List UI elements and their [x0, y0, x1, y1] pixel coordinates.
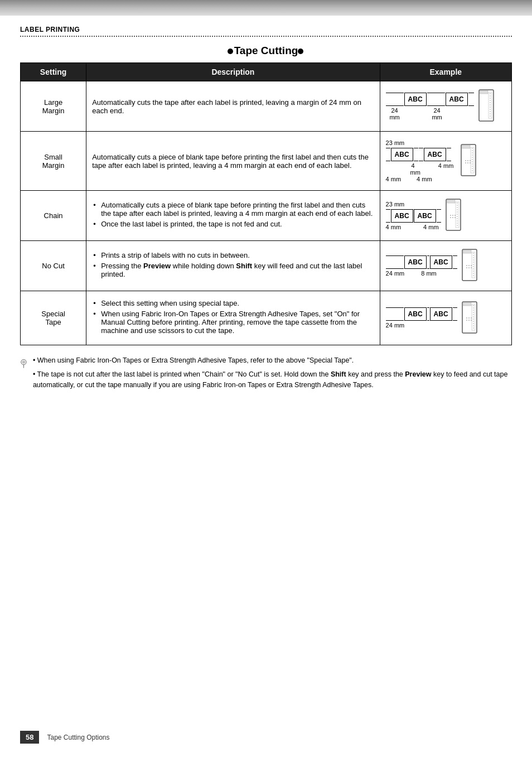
- svg-rect-75: [463, 302, 471, 306]
- tape-label-abc2: ABC: [414, 209, 436, 223]
- desc-chain: Automatically cuts a piece of blank tape…: [86, 191, 380, 241]
- svg-rect-30: [446, 199, 461, 230]
- tape-gap: [427, 307, 429, 321]
- note-2: • The tape is not cut after the last lab…: [33, 369, 512, 390]
- example-large-margin-visual: ABC ABC 24 mm 24 mm: [386, 89, 506, 123]
- setting-special-tape: SpecialTape: [21, 291, 86, 345]
- special-tape-bullet-1: Select this setting when using special t…: [92, 299, 374, 307]
- printer-icon-special-tape: [462, 301, 477, 335]
- svg-rect-59: [463, 250, 471, 253]
- bold-shift: Shift: [236, 262, 252, 270]
- tape-area-large-margin: ABC ABC 24 mm 24 mm: [386, 93, 474, 120]
- tape-blank: [386, 93, 404, 106]
- content: LABEL PRINTING Tape Cutting Setting Desc…: [0, 16, 532, 413]
- mm-24: 24 mm: [386, 322, 405, 329]
- desc-small-margin: Automatically cuts a piece of blank tape…: [86, 132, 380, 191]
- table-header-row: Setting Description Example: [21, 63, 512, 81]
- setting-large-margin: LargeMargin: [21, 81, 86, 132]
- example-special-tape-visual: ABC ABC 24 mm: [386, 301, 506, 335]
- mm-4-right: 4 mm: [417, 176, 432, 182]
- tape-row-small-margin: ABC ABC: [386, 148, 451, 161]
- tape-label-abc2: ABC: [430, 255, 452, 269]
- svg-point-81: [23, 361, 25, 363]
- page-title: Tape Cutting: [20, 45, 512, 57]
- svg-rect-43: [447, 200, 455, 203]
- svg-rect-27: [462, 145, 470, 148]
- tape-row-chain: ABC ABC: [386, 209, 441, 223]
- tape-blank: [468, 93, 474, 106]
- table-row: SmallMargin Automatically cuts a piece o…: [21, 132, 512, 191]
- table-row: LargeMargin Automatically cuts the tape …: [21, 81, 512, 132]
- mm-24-left: 24 mm: [386, 270, 405, 277]
- note-icon: [20, 355, 27, 372]
- th-setting: Setting: [21, 63, 86, 81]
- tape-blank: [386, 148, 390, 161]
- title-bullet-right: [298, 49, 303, 54]
- tape-blank-end: [453, 307, 457, 321]
- mm-spacer2: [416, 162, 436, 176]
- tape-blank: [427, 93, 445, 106]
- tape-blank: [386, 255, 404, 269]
- example-small-margin: 23 mm ABC ABC: [380, 132, 511, 191]
- special-tape-bullet-list: Select this setting when using special t…: [92, 299, 374, 335]
- tape-blank: [447, 148, 451, 161]
- tape-area-chain: 23 mm ABC ABC 4 mm 4 mm: [386, 201, 441, 230]
- printer-icon-large-margin: [478, 89, 494, 123]
- bold-shift-note: Shift: [331, 370, 346, 378]
- title-bullet-left: [228, 49, 233, 54]
- tape-label-abc1: ABC: [391, 209, 413, 223]
- printer-icon-no-cut: [462, 249, 477, 283]
- title-text: Tape Cutting: [234, 45, 298, 56]
- setting-small-margin: SmallMargin: [21, 132, 86, 191]
- special-tape-bullet-2: When using Fabric Iron-On Tapes or Extra…: [92, 310, 374, 335]
- tape-blank-end: [453, 255, 457, 269]
- notes-section: • When using Fabric Iron-On Tapes or Ext…: [20, 352, 512, 397]
- mm-label-2: 4 mm: [410, 162, 416, 176]
- example-chain-visual: 23 mm ABC ABC 4 mm 4 mm: [386, 199, 506, 233]
- example-no-cut: ABC ABC 24 mm 8 mm: [380, 241, 511, 291]
- top-mm: 23 mm: [386, 139, 405, 146]
- page: LABEL PRINTING Tape Cutting Setting Desc…: [0, 0, 532, 757]
- tape-label-abc1: ABC: [404, 307, 427, 321]
- chain-bullet-list: Automatically cuts a piece of blank tape…: [92, 201, 374, 228]
- mm-label-2: 24 mm: [428, 107, 446, 120]
- example-small-margin-visual: 23 mm ABC ABC: [386, 139, 506, 182]
- tape-blank: [386, 307, 404, 321]
- mm-row-large-margin: 24 mm 24 mm: [386, 107, 446, 120]
- desc-special-tape: Select this setting when using special t…: [86, 291, 380, 345]
- example-no-cut-visual: ABC ABC 24 mm 8 mm: [386, 249, 506, 283]
- top-bar: [0, 0, 532, 16]
- setting-no-cut: No Cut: [21, 241, 86, 291]
- table-row: SpecialTape Select this setting when usi…: [21, 291, 512, 345]
- tape-label-abc2: ABC: [430, 307, 452, 321]
- top-mm-chain: 23 mm: [386, 201, 405, 208]
- no-cut-bullet-2: Pressing the Preview while holding down …: [92, 262, 374, 278]
- printer-icon-chain: [446, 199, 461, 233]
- tape-row-no-cut: ABC ABC: [386, 255, 457, 269]
- th-example: Example: [380, 63, 511, 81]
- setting-chain: Chain: [21, 191, 86, 241]
- bold-preview: Preview: [143, 262, 171, 270]
- example-chain: 23 mm ABC ABC 4 mm 4 mm: [380, 191, 511, 241]
- desc-small-margin-text: Automatically cuts a piece of blank tape…: [92, 153, 369, 170]
- tape-gap: [427, 255, 429, 269]
- printer-icon-small-margin: [461, 144, 476, 178]
- footer: 58 Tape Cutting Options: [0, 727, 532, 747]
- mm-label-3: 4 mm: [436, 162, 456, 176]
- page-number: 58: [20, 731, 39, 744]
- main-table: Setting Description Example LargeMargin …: [20, 62, 512, 345]
- mm-row-small-margin: 4 mm 4 mm: [386, 162, 456, 176]
- table-row: No Cut Prints a strip of labels with no …: [21, 241, 512, 291]
- chain-bullet-2: Once the last label is printed, the tape…: [92, 220, 374, 228]
- tape-label-abc1: ABC: [391, 148, 413, 161]
- tape-area-special-tape: ABC ABC 24 mm: [386, 307, 457, 329]
- table-row: Chain Automatically cuts a piece of blan…: [21, 191, 512, 241]
- mm-label-1: 24 mm: [386, 107, 404, 120]
- tape-label-abc1: ABC: [404, 255, 427, 269]
- tape-blank2: [419, 148, 423, 161]
- tape-blank: [437, 209, 441, 223]
- svg-rect-62: [462, 302, 477, 333]
- footer-label: Tape Cutting Options: [47, 734, 109, 741]
- tape-row-special-tape: ABC ABC: [386, 307, 457, 321]
- mm-4-left: 4 mm: [386, 176, 402, 182]
